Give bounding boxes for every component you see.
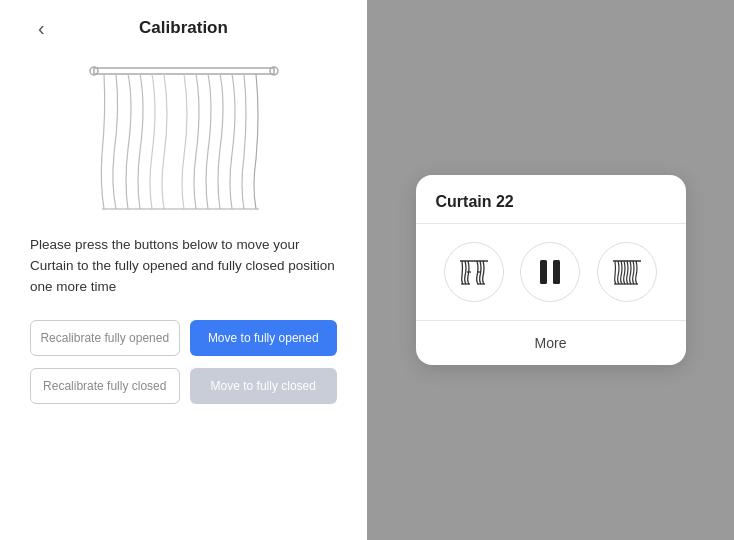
pause-icon bbox=[538, 258, 562, 286]
popup-title: Curtain 22 bbox=[436, 193, 666, 211]
right-panel-overlay: Curtain 22 bbox=[367, 0, 734, 540]
move-closed-button[interactable]: Move to fully closed bbox=[190, 368, 338, 404]
recalibrate-closed-button[interactable]: Recalibrate fully closed bbox=[30, 368, 180, 404]
curtain-controls-row bbox=[436, 242, 666, 302]
close-curtain-icon bbox=[611, 256, 643, 288]
popup-more-button[interactable]: More bbox=[436, 321, 666, 365]
popup-top-divider bbox=[416, 223, 686, 224]
open-curtain-icon bbox=[458, 256, 490, 288]
svg-rect-10 bbox=[553, 260, 560, 284]
page-title: Calibration bbox=[139, 18, 228, 38]
move-opened-button[interactable]: Move to fully opened bbox=[190, 320, 338, 356]
svg-rect-0 bbox=[94, 68, 274, 74]
recalibrate-opened-button[interactable]: Recalibrate fully opened bbox=[30, 320, 180, 356]
page-header: ‹ Calibration bbox=[30, 0, 337, 48]
opened-button-row: Recalibrate fully opened Move to fully o… bbox=[30, 320, 337, 356]
svg-rect-9 bbox=[540, 260, 547, 284]
close-curtain-button[interactable] bbox=[597, 242, 657, 302]
instruction-text: Please press the buttons below to move y… bbox=[30, 235, 337, 298]
back-button[interactable]: ‹ bbox=[30, 13, 53, 44]
closed-button-row: Recalibrate fully closed Move to fully c… bbox=[30, 368, 337, 404]
pause-button[interactable] bbox=[520, 242, 580, 302]
open-curtain-button[interactable] bbox=[444, 242, 504, 302]
calibration-buttons: Recalibrate fully opened Move to fully o… bbox=[30, 320, 337, 404]
curtain-illustration bbox=[84, 54, 284, 219]
curtain-popup-card: Curtain 22 bbox=[416, 175, 686, 365]
calibration-panel: ‹ Calibration bbox=[0, 0, 367, 540]
